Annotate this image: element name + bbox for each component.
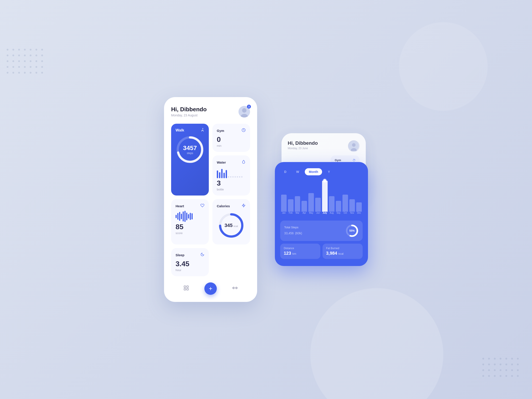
total-steps-card: Total Steps 33,456 (60k) 55%	[280, 221, 363, 241]
water-dot-1	[228, 176, 229, 177]
period-week-btn[interactable]: W	[292, 168, 303, 175]
donut-percent: 55%	[349, 229, 355, 232]
water-dot-5	[237, 176, 238, 177]
walk-steps-unit: steps	[183, 152, 197, 155]
bar-label-nov: Nov	[349, 212, 355, 214]
phone1-hi: Hi, Dibbendo	[171, 106, 207, 113]
water-icon	[242, 160, 246, 165]
total-steps-label: Total Steps	[284, 226, 302, 229]
fat-burned-card: Fat Burned 3,984 kcal	[323, 244, 363, 259]
water-bar-4	[223, 173, 225, 178]
heart-bar-2	[177, 213, 178, 220]
gym-widget[interactable]: Gym 0 min	[212, 124, 250, 152]
heart-bar-8	[188, 214, 189, 219]
phone2-wrapper: Hi, Dibbendo Monday, 23 June Walk	[275, 133, 368, 266]
gym-title: Gym	[217, 129, 224, 133]
heart-bar-4	[181, 214, 182, 219]
bar-chart-bars	[280, 181, 363, 212]
period-day-btn[interactable]: D	[280, 168, 290, 175]
sleep-widget-header: Sleep	[176, 253, 204, 258]
distance-label: Distance	[284, 247, 317, 250]
sleep-icon	[200, 253, 204, 258]
bar-label-apr: Apr	[301, 212, 307, 214]
distance-card: Distance 123 km	[280, 244, 320, 259]
bar-fill-july	[322, 181, 328, 212]
bar-aug	[329, 181, 335, 212]
bar-label-may: May	[308, 212, 314, 214]
grid-nav-icon[interactable]	[183, 285, 189, 292]
calories-widget[interactable]: Calories 345 kcal	[212, 199, 250, 245]
calories-widget-header: Calories	[217, 203, 246, 209]
gym-unit: min	[217, 144, 246, 147]
bar-fill-dec	[356, 202, 362, 212]
bar-may	[308, 181, 314, 212]
sub-stats: Distance 123 km Fat Burned 3,984 kcal	[280, 244, 363, 259]
bar-apr	[301, 181, 307, 212]
add-button[interactable]: +	[204, 282, 217, 295]
heart-bar-10	[191, 213, 193, 219]
bar-fill-oct	[342, 195, 348, 212]
bar-fill-aug	[329, 196, 335, 212]
bar-sep	[336, 181, 341, 212]
bar-feb	[288, 181, 293, 212]
svg-rect-9	[184, 286, 186, 287]
water-value: 3	[217, 179, 246, 187]
calories-value: 345	[225, 222, 233, 228]
phone2-bg-greeting: Hi, Dibbendo Monday, 23 June	[288, 140, 318, 150]
bar-label-sep: Sep	[336, 212, 341, 214]
sleep-widget[interactable]: Sleep 3.45 hour	[171, 248, 209, 276]
calories-circle-value: 345 kcal	[225, 222, 238, 228]
phone2-front-card: D W Month Y	[275, 162, 368, 266]
period-selector: D W Month Y	[280, 168, 363, 175]
phone1-avatar-badge: 3	[247, 105, 251, 109]
walk-widget[interactable]: Walk 3457 steps	[171, 124, 209, 196]
dumbbell-nav-icon[interactable]	[232, 285, 238, 292]
phone1-greeting: Hi, Dibbendo Monday, 23 August	[171, 106, 207, 117]
water-dot-7	[241, 176, 242, 177]
bar-fill-sep	[336, 201, 341, 212]
walk-icon	[200, 128, 205, 134]
svg-rect-12	[187, 288, 188, 290]
bar-fill-jan	[281, 195, 287, 212]
phone2-bg-avatar-container	[348, 140, 360, 152]
svg-point-1	[242, 108, 247, 113]
water-title: Water	[217, 160, 226, 164]
walk-steps-value: 3457	[183, 145, 197, 152]
bar-chart: Jan Feb Mar Apr May Jun July Aug Sep Oct…	[280, 181, 363, 216]
walk-circle-value: 3457 steps	[183, 145, 197, 155]
phone1-avatar-container[interactable]: 3	[239, 106, 250, 117]
water-widget[interactable]: Water	[212, 155, 250, 196]
heart-value: 85	[176, 223, 204, 231]
svg-rect-10	[187, 286, 188, 287]
period-year-btn[interactable]: Y	[324, 168, 334, 175]
svg-rect-11	[184, 288, 186, 290]
phone2-bg-gym-title: Gym	[335, 158, 341, 162]
phone2-bg-gym-icon: ⏱	[352, 158, 355, 162]
period-month-btn[interactable]: Month	[305, 168, 322, 175]
heart-bar-9	[190, 213, 191, 220]
water-dot-3	[232, 176, 234, 177]
total-steps-value: 33,456 (60k)	[284, 230, 302, 236]
phone2-bg-gym-header: Gym ⏱	[335, 158, 355, 162]
bar-fill-apr	[301, 201, 307, 212]
heart-widget-header: Heart	[176, 203, 204, 209]
water-dot-4	[234, 176, 236, 177]
bar-july	[322, 181, 328, 212]
water-bar-3	[221, 169, 222, 178]
add-icon: +	[209, 285, 212, 292]
bar-label-feb: Feb	[288, 212, 293, 214]
calories-unit: kcal	[234, 225, 238, 228]
sleep-unit: hour	[176, 268, 204, 272]
heart-widget[interactable]: Heart	[171, 199, 209, 245]
bar-nov	[349, 181, 355, 212]
bar-label-oct: Oct	[342, 212, 348, 214]
water-unit: bottle	[217, 188, 246, 191]
bar-fill-feb	[288, 199, 293, 212]
bar-fill-nov	[349, 199, 355, 212]
phone2-bg-header: Hi, Dibbendo Monday, 23 June	[288, 140, 360, 152]
bar-dec	[356, 181, 362, 212]
total-steps-donut: 55%	[345, 224, 359, 237]
heart-bar-7	[186, 213, 187, 220]
stats-section: Total Steps 33,456 (60k) 55%	[280, 221, 363, 259]
sleep-value: 3.45	[176, 260, 204, 268]
